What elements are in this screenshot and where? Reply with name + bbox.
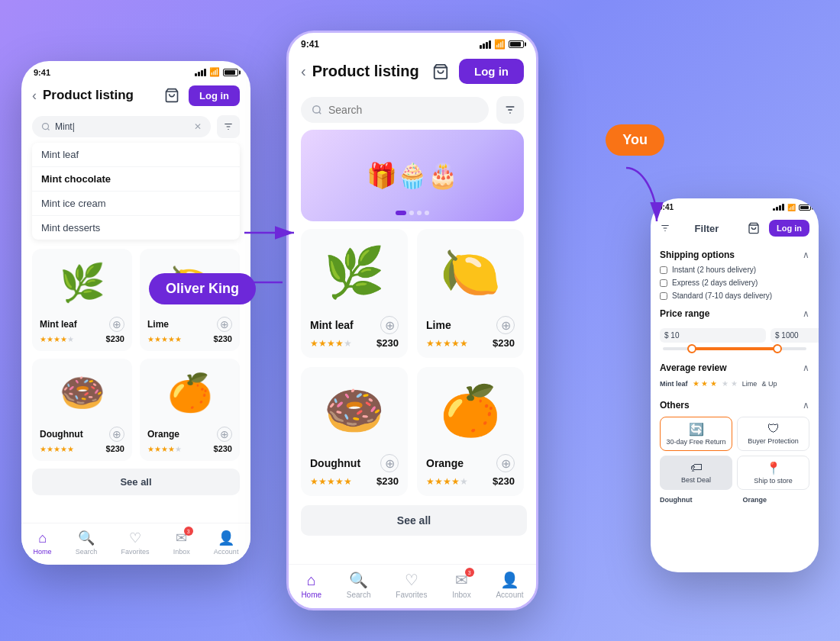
- filter-header-right: Filter Log in: [651, 213, 819, 243]
- stars-orange-center: ★★★★★: [426, 476, 468, 487]
- price-slider-thumb-min[interactable]: [687, 344, 696, 353]
- login-btn-center[interactable]: Log in: [459, 59, 524, 84]
- nav-favorites-center[interactable]: ♡ Favorites: [396, 571, 427, 599]
- wifi-icon-right: 📶: [787, 204, 796, 211]
- other-card-return[interactable]: 🔄 30-day Free Return: [660, 417, 732, 451]
- search-input-left[interactable]: [55, 121, 189, 132]
- add-btn-mint-left[interactable]: ⊕: [109, 317, 124, 332]
- status-time-right: 9:41: [658, 203, 674, 211]
- price-max-input[interactable]: [771, 328, 819, 343]
- others-chevron[interactable]: ∧: [803, 400, 809, 411]
- banner-center: 🎁 🧁 🎂: [301, 130, 524, 221]
- dot-1[interactable]: [396, 211, 406, 215]
- shipping-chevron[interactable]: ∧: [803, 250, 809, 260]
- nav-favorites-left[interactable]: ♡ Favorites: [121, 530, 149, 556]
- product-name-orange-left: Orange: [147, 429, 179, 440]
- shipping-option-0[interactable]: Instant (2 hours delivery): [651, 263, 819, 276]
- search-input-center[interactable]: [328, 104, 478, 116]
- battery-left: [223, 69, 238, 76]
- ship-label: Ship to store: [742, 477, 804, 485]
- product-row-mint-left: Mint leaf ⊕: [40, 317, 124, 332]
- dropdown-item-0[interactable]: Mint leaf: [32, 143, 240, 167]
- dot-3[interactable]: [417, 211, 422, 215]
- price-slider-thumb-max[interactable]: [773, 344, 782, 353]
- cart-btn-right[interactable]: [745, 219, 763, 237]
- add-btn-orange-left[interactable]: ⊕: [217, 427, 232, 442]
- back-btn-left[interactable]: ‹: [32, 88, 37, 104]
- signal-right: [773, 204, 784, 211]
- product-img-doughnut-left: 🍩: [40, 366, 124, 420]
- protection-icon: 🛡: [742, 422, 804, 436]
- see-all-btn-center[interactable]: See all: [301, 505, 527, 536]
- avg-review-lime: Lime: [742, 380, 758, 388]
- shipping-checkbox-1[interactable]: [660, 279, 667, 287]
- clear-icon-left[interactable]: ✕: [194, 121, 202, 132]
- nav-search-left[interactable]: 🔍 Search: [76, 530, 98, 556]
- add-btn-mint-center[interactable]: ⊕: [380, 316, 399, 334]
- add-btn-lime-center[interactable]: ⊕: [496, 316, 515, 334]
- add-btn-doughnut-center[interactable]: ⊕: [380, 454, 399, 472]
- shipping-checkbox-0[interactable]: [660, 266, 667, 274]
- product-card-orange-left[interactable]: 🍊 Orange ⊕ ★★★★★ $230: [140, 359, 240, 461]
- header-bar-left: ‹ Product listing Log in: [21, 80, 250, 111]
- shipping-option-2[interactable]: Standard (7-10 days delivery): [651, 289, 819, 302]
- other-card-deal[interactable]: 🏷 Best Deal: [660, 456, 732, 490]
- back-btn-center[interactable]: ‹: [301, 63, 306, 80]
- dropdown-item-2[interactable]: Mint ice cream: [32, 192, 240, 216]
- product-card-mint-left[interactable]: 🌿 Mint leaf ⊕ ★★★★★ $230: [32, 249, 132, 351]
- product-card-lime-center[interactable]: 🍋 Lime ⊕ ★★★★★ $230: [417, 229, 524, 358]
- nav-inbox-center[interactable]: ✉ 3 Inbox: [452, 571, 470, 599]
- svg-line-8: [319, 112, 321, 114]
- dot-4[interactable]: [425, 211, 429, 215]
- nav-home-left[interactable]: ⌂ Home: [34, 530, 52, 556]
- filter-title-right: Filter: [675, 223, 738, 234]
- product-img-doughnut-center: 🍩: [310, 376, 399, 445]
- nav-account-left[interactable]: 👤 Account: [214, 530, 239, 556]
- stars-mint-center: ★★★★★: [310, 338, 352, 349]
- others-title: Others: [660, 400, 690, 411]
- login-btn-right[interactable]: Log in: [769, 220, 809, 237]
- avg-review-chevron[interactable]: ∧: [803, 362, 809, 373]
- login-btn-left[interactable]: Log in: [189, 85, 240, 106]
- shipping-checkbox-2[interactable]: [660, 292, 667, 300]
- nav-inbox-left[interactable]: ✉ 3 Inbox: [173, 530, 190, 556]
- product-card-doughnut-center[interactable]: 🍩 Doughnut ⊕ ★★★★★ $230: [301, 367, 408, 496]
- price-orange-left: $230: [214, 444, 232, 453]
- inbox-label-left: Inbox: [173, 548, 190, 556]
- dropdown-item-3[interactable]: Mint desserts: [32, 216, 240, 240]
- see-all-btn-left[interactable]: See all: [32, 469, 240, 495]
- cart-btn-left[interactable]: [161, 85, 183, 106]
- nav-home-center[interactable]: ⌂ Home: [301, 572, 321, 599]
- price-min-input[interactable]: [660, 328, 766, 343]
- protection-label: Buyer Protection: [742, 437, 804, 445]
- stars-doughnut-left: ★★★★★: [40, 445, 74, 453]
- add-btn-doughnut-left[interactable]: ⊕: [109, 427, 124, 442]
- nav-search-center[interactable]: 🔍 Search: [347, 571, 371, 599]
- product-card-orange-center[interactable]: 🍊 Orange ⊕ ★★★★★ $230: [417, 367, 524, 496]
- cart-btn-center[interactable]: [428, 60, 453, 84]
- dropdown-item-1[interactable]: Mint chocolate: [32, 167, 240, 192]
- filter-btn-left[interactable]: [217, 115, 240, 138]
- filter-btn-center[interactable]: [496, 96, 524, 124]
- price-range-wrap: [651, 322, 819, 356]
- nav-account-center[interactable]: 👤 Account: [496, 571, 523, 599]
- deal-icon: 🏷: [665, 461, 727, 475]
- dot-2[interactable]: [409, 211, 414, 215]
- product-card-doughnut-left[interactable]: 🍩 Doughnut ⊕ ★★★★★ $230: [32, 359, 132, 461]
- other-card-protection[interactable]: 🛡 Buyer Protection: [737, 417, 809, 451]
- price-chevron[interactable]: ∧: [803, 308, 809, 319]
- status-bar-center: 9:41 📶: [289, 33, 536, 53]
- cart-icon-center: [432, 63, 449, 80]
- add-btn-orange-center[interactable]: ⊕: [496, 454, 515, 472]
- search-input-wrap-center: [301, 97, 489, 123]
- other-card-ship[interactable]: 📍 Ship to store: [737, 456, 809, 490]
- add-btn-lime-left[interactable]: ⊕: [217, 317, 232, 332]
- status-time-center: 9:41: [301, 39, 319, 50]
- product-card-mint-center[interactable]: 🌿 Mint leaf ⊕ ★★★★★ $230: [301, 229, 408, 358]
- home-label-left: Home: [34, 548, 52, 556]
- account-label-center: Account: [496, 591, 523, 599]
- search-input-wrap-left: ✕: [32, 116, 211, 137]
- bottom-nav-center: ⌂ Home 🔍 Search ♡ Favorites ✉ 3 Inbox 👤 …: [289, 564, 536, 608]
- product-name-mint-center: Mint leaf: [310, 319, 354, 331]
- shipping-option-1[interactable]: Express (2 days delivery): [651, 276, 819, 289]
